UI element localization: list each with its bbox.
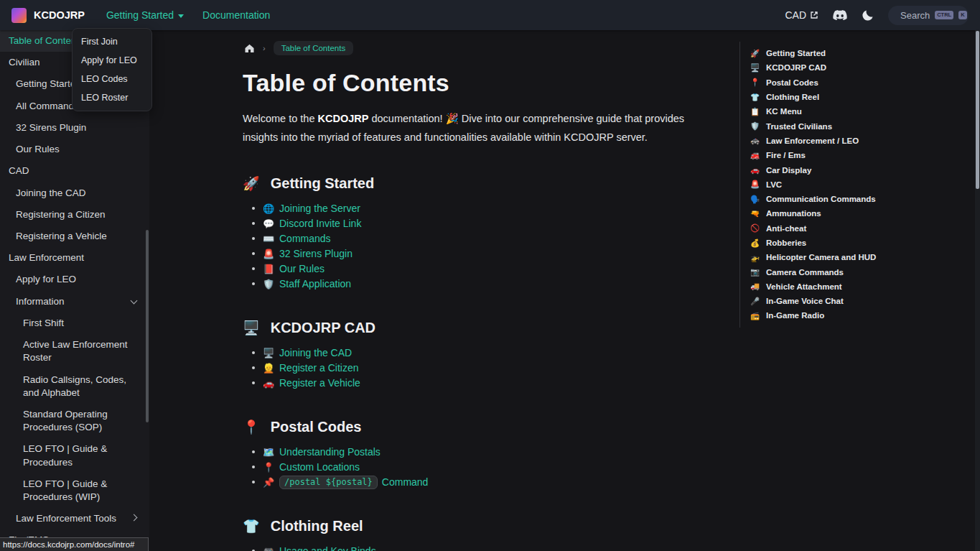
toc-link[interactable]: 🚫Anti-cheat	[750, 221, 912, 236]
list-item: 💬Discord Invite Link	[243, 216, 725, 231]
doc-link[interactable]: Usage and Key Binds	[279, 545, 376, 551]
sidebar-item[interactable]: LEO FTO | Guide & Procedures	[0, 438, 149, 473]
bullet-dot-icon	[252, 450, 255, 453]
sidebar-item-label: Active Law Enforcement Roster	[23, 338, 131, 364]
section-title-text: Getting Started	[271, 175, 374, 192]
section-list: 🖥️Joining the CAD👱Register a Citizen🚗Reg…	[243, 346, 725, 391]
sidebar-item[interactable]: Standard Operating Procedures (SOP)	[0, 404, 149, 438]
navbar: KCDOJRP Getting Started Documentation CA…	[0, 0, 980, 30]
toc-link[interactable]: 🚒Fire / Ems	[750, 148, 912, 162]
toc-emoji-icon: 🖥️	[750, 63, 760, 73]
doc-link[interactable]: Joining the CAD	[279, 347, 352, 358]
chevron-right-icon[interactable]	[131, 514, 138, 522]
toc-link[interactable]: 🛡️Trusted Civilians	[750, 119, 912, 133]
toc-emoji-icon: 🔫	[750, 209, 760, 218]
item-emoji-icon: 📌	[261, 477, 276, 488]
toc-link[interactable]: 🚓Law Enforcement / LEO	[750, 134, 912, 148]
bullet-dot-icon	[252, 207, 255, 210]
toc-label: In-Game Voice Chat	[766, 297, 844, 305]
toc-link[interactable]: 🚀Getting Started	[750, 46, 912, 60]
toc-link[interactable]: 🔫Ammunations	[750, 206, 912, 221]
table-of-contents: 🚀Getting Started🖥️KCDOJRP CAD📍Postal Cod…	[739, 42, 912, 328]
navbar-dropdown: First JoinApply for LEOLEO CodesLEO Rost…	[72, 28, 152, 111]
toc-label: In-Game Radio	[766, 311, 824, 320]
section-heading: 👕Clothing Reel	[243, 518, 725, 534]
intro-paragraph: Welcome to the KCDOJRP documentation! 🎉 …	[243, 109, 717, 147]
item-emoji-icon: 🖥️	[261, 348, 276, 358]
doc-link[interactable]: Commands	[279, 233, 331, 244]
sidebar-item[interactable]: Radio Callsigns, Codes, and Alphabet	[0, 369, 149, 404]
doc-link[interactable]: Discord Invite Link	[279, 218, 361, 229]
doc-link[interactable]: Our Rules	[279, 263, 325, 274]
toc-link[interactable]: 💰Robberies	[750, 236, 912, 250]
toc-link[interactable]: 🚁Helicopter Camera and HUD	[750, 250, 912, 264]
dropdown-item[interactable]: Apply for LEO	[73, 51, 151, 70]
dropdown-item[interactable]: LEO Codes	[73, 70, 151, 88]
nav-item-cad[interactable]: CAD	[785, 9, 818, 21]
site-logo[interactable]	[11, 8, 27, 23]
bullet-dot-icon	[252, 237, 255, 240]
item-emoji-icon: 🛡️	[261, 279, 276, 290]
sidebar-item[interactable]: Joining the CAD	[0, 182, 149, 204]
sidebar-item[interactable]: Law Enforcement Tools	[0, 508, 149, 529]
breadcrumb-current[interactable]: Table of Contents	[274, 41, 354, 55]
dark-mode-toggle[interactable]	[862, 9, 874, 22]
status-url: https://docs.kcdojrp.com/docs/intro#	[3, 540, 134, 549]
toc-emoji-icon: 🚚	[750, 282, 760, 291]
search-input[interactable]: Search CTRL K	[888, 6, 969, 25]
sidebar-item-label: Standard Operating Procedures (SOP)	[23, 408, 131, 434]
list-item: 🌐Joining the Server	[243, 201, 725, 216]
sidebar-item-label: Radio Callsigns, Codes, and Alphabet	[23, 374, 131, 399]
sidebar-item[interactable]: CAD	[0, 160, 149, 182]
sidebar-item[interactable]: Information	[0, 291, 149, 312]
sidebar-item[interactable]: Our Rules	[0, 139, 149, 160]
doc-link[interactable]: /postal ${postal}Command	[279, 476, 428, 489]
page-scrollbar-thumb[interactable]	[976, 31, 979, 189]
doc-link[interactable]: Custom Locations	[279, 461, 360, 473]
sidebar-item[interactable]: Apply for LEO	[0, 269, 149, 290]
doc-link[interactable]: Staff Application	[279, 278, 351, 290]
sidebar-item[interactable]: Active Law Enforcement Roster	[0, 334, 149, 369]
doc-link[interactable]: 32 Sirens Plugin	[279, 248, 353, 259]
toc-link[interactable]: 📻In-Game Radio	[750, 308, 912, 323]
discord-link[interactable]	[832, 9, 848, 22]
toc-link[interactable]: 📋KC Menu	[750, 104, 912, 119]
toc-link[interactable]: 📍Postal Codes	[750, 75, 912, 90]
sidebar-item[interactable]: Law Enforcement	[0, 247, 149, 269]
toc-link[interactable]: 🚗Car Display	[750, 162, 912, 177]
doc-link[interactable]: Understanding Postals	[279, 446, 381, 458]
toc-label: Robberies	[766, 239, 806, 247]
toc-link[interactable]: 🚚Vehicle Attachment	[750, 279, 912, 294]
doc-link[interactable]: Register a Vehicle	[279, 377, 360, 389]
toc-emoji-icon: 📋	[750, 107, 760, 116]
sidebar-item[interactable]: First Shift	[0, 312, 149, 334]
sidebar-scrollbar[interactable]	[146, 230, 149, 422]
sidebar-item[interactable]: LEO FTO | Guide & Procedures (WIP)	[0, 473, 149, 508]
toc-link[interactable]: 🎤In-Game Voice Chat	[750, 294, 912, 308]
dropdown-item[interactable]: LEO Roster	[73, 88, 151, 107]
chevron-down-icon[interactable]	[131, 297, 138, 304]
home-icon[interactable]	[244, 43, 255, 53]
toc-link[interactable]: 📷Camera Commands	[750, 264, 912, 279]
toc-link[interactable]: 🚨LVC	[750, 177, 912, 192]
brand-title[interactable]: KCDOJRP	[34, 9, 85, 21]
bullet-dot-icon	[252, 282, 255, 285]
sidebar-item[interactable]: Registering a Vehicle	[0, 226, 149, 247]
sidebar-item[interactable]: 32 Sirens Plugin	[0, 117, 149, 139]
nav-item-getting-started[interactable]: Getting Started	[106, 9, 184, 21]
toc-link[interactable]: 👕Clothing Reel	[750, 90, 912, 104]
doc-link[interactable]: Register a Citizen	[279, 362, 359, 374]
section-heading: 📍Postal Codes	[243, 419, 725, 435]
section-title-text: Postal Codes	[271, 419, 362, 435]
list-item: 📌/postal ${postal}Command	[243, 475, 725, 490]
sidebar-item[interactable]: Registering a Citizen	[0, 204, 149, 226]
sidebar-item-label: Our Rules	[16, 143, 142, 156]
navbar-right: CAD Search CTRL	[785, 6, 969, 25]
discord-icon	[832, 9, 848, 22]
nav-item-documentation[interactable]: Documentation	[202, 9, 270, 21]
toc-link[interactable]: 🖥️KCDOJRP CAD	[750, 60, 912, 75]
doc-link[interactable]: Joining the Server	[279, 203, 360, 214]
toc-link[interactable]: 🗣️Communication Commands	[750, 192, 912, 206]
dropdown-item[interactable]: First Join	[73, 32, 151, 51]
toc-label: Trusted Civilians	[766, 122, 832, 131]
